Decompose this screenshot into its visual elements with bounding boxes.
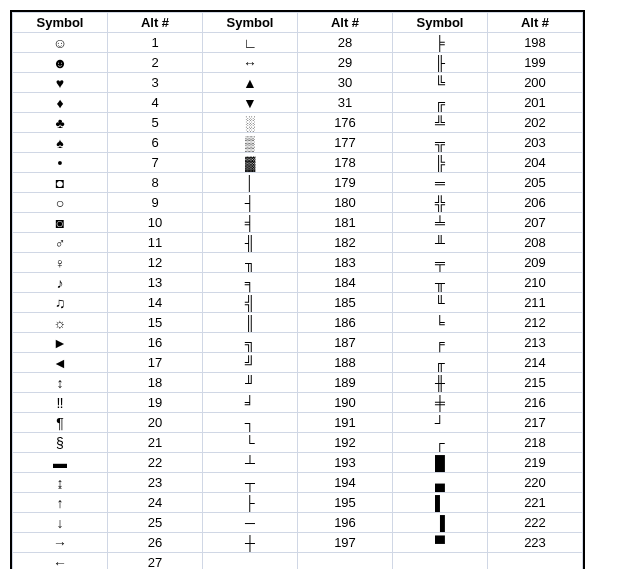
- symbol-cell: ☻: [13, 53, 108, 73]
- alt-number-cell: 191: [298, 413, 393, 433]
- alt-number-cell: 180: [298, 193, 393, 213]
- table-row: ♥3▲30╚200: [13, 73, 583, 93]
- symbol-cell: █: [393, 453, 488, 473]
- table-row: ↕18╜189╫215: [13, 373, 583, 393]
- alt-number-cell: 210: [488, 273, 583, 293]
- alt-number-cell: 24: [108, 493, 203, 513]
- symbol-cell: ╓: [393, 353, 488, 373]
- table-row: ‼19╛190╪216: [13, 393, 583, 413]
- symbol-cell: ─: [203, 513, 298, 533]
- symbol-cell: ◘: [13, 173, 108, 193]
- alt-number-cell: 27: [108, 553, 203, 570]
- alt-number-cell: 23: [108, 473, 203, 493]
- symbol-cell: ♣: [13, 113, 108, 133]
- alt-number-cell: 177: [298, 133, 393, 153]
- alt-number-cell: 26: [108, 533, 203, 553]
- symbol-cell: ╕: [203, 273, 298, 293]
- col-header-alt: Alt #: [108, 13, 203, 33]
- alt-number-cell: 212: [488, 313, 583, 333]
- alt-number-cell: 182: [298, 233, 393, 253]
- symbol-cell: ╔: [393, 93, 488, 113]
- symbol-cell: ┼: [203, 533, 298, 553]
- alt-number-cell: [298, 553, 393, 570]
- symbol-cell: ┴: [203, 453, 298, 473]
- symbol-cell: ╡: [203, 213, 298, 233]
- alt-number-cell: 185: [298, 293, 393, 313]
- symbol-cell: ∟: [203, 33, 298, 53]
- alt-number-cell: 28: [298, 33, 393, 53]
- symbol-cell: ╦: [393, 133, 488, 153]
- symbol-cell: ‼: [13, 393, 108, 413]
- alt-number-cell: 25: [108, 513, 203, 533]
- table-row: §21└192┌218: [13, 433, 583, 453]
- symbol-cell: ▄: [393, 473, 488, 493]
- alt-number-cell: 9: [108, 193, 203, 213]
- table-row: ◘8│179═205: [13, 173, 583, 193]
- symbol-cell: ↓: [13, 513, 108, 533]
- symbol-cell: ┘: [393, 413, 488, 433]
- symbol-cell: ▀: [393, 533, 488, 553]
- alt-number-cell: 198: [488, 33, 583, 53]
- alt-number-cell: 190: [298, 393, 393, 413]
- alt-number-cell: 2: [108, 53, 203, 73]
- alt-number-cell: 204: [488, 153, 583, 173]
- alt-number-cell: 222: [488, 513, 583, 533]
- alt-number-cell: 183: [298, 253, 393, 273]
- table-row: ♣5░176╩202: [13, 113, 583, 133]
- symbol-cell: ☺: [13, 33, 108, 53]
- col-header-symbol: Symbol: [203, 13, 298, 33]
- alt-number-cell: 206: [488, 193, 583, 213]
- alt-number-cell: 207: [488, 213, 583, 233]
- col-header-alt: Alt #: [488, 13, 583, 33]
- table-row: ☻2↔29╟199: [13, 53, 583, 73]
- symbol-cell: [393, 553, 488, 570]
- symbol-cell: §: [13, 433, 108, 453]
- symbol-cell: └: [203, 433, 298, 453]
- symbol-cell: ┐: [203, 413, 298, 433]
- table-row: ♠6▒177╦203: [13, 133, 583, 153]
- symbol-cell: ♀: [13, 253, 108, 273]
- alt-number-cell: 6: [108, 133, 203, 153]
- alt-number-cell: 18: [108, 373, 203, 393]
- alt-number-cell: 217: [488, 413, 583, 433]
- alt-number-cell: 216: [488, 393, 583, 413]
- symbol-cell: ╪: [393, 393, 488, 413]
- symbol-cell: ←: [13, 553, 108, 570]
- alt-number-cell: 11: [108, 233, 203, 253]
- alt-number-cell: 179: [298, 173, 393, 193]
- alt-number-cell: 15: [108, 313, 203, 333]
- alt-number-cell: 3: [108, 73, 203, 93]
- alt-number-cell: 21: [108, 433, 203, 453]
- symbol-cell: ☼: [13, 313, 108, 333]
- alt-number-cell: 16: [108, 333, 203, 353]
- alt-number-cell: 211: [488, 293, 583, 313]
- symbol-cell: ▒: [203, 133, 298, 153]
- symbol-cell: ┌: [393, 433, 488, 453]
- alt-number-cell: 219: [488, 453, 583, 473]
- symbol-cell: ╞: [393, 33, 488, 53]
- table-row: ↓25─196▐222: [13, 513, 583, 533]
- symbol-cell: ╖: [203, 253, 298, 273]
- alt-number-cell: 13: [108, 273, 203, 293]
- table-row: ◙10╡181╧207: [13, 213, 583, 233]
- alt-number-cell: 189: [298, 373, 393, 393]
- alt-number-cell: 29: [298, 53, 393, 73]
- symbol-cell: ╚: [393, 73, 488, 93]
- symbol-cell: ▬: [13, 453, 108, 473]
- symbol-cell: ╜: [203, 373, 298, 393]
- alt-number-cell: 223: [488, 533, 583, 553]
- alt-number-cell: 193: [298, 453, 393, 473]
- table-row: ♦4▼31╔201: [13, 93, 583, 113]
- symbol-cell: ╗: [203, 333, 298, 353]
- alt-number-cell: 188: [298, 353, 393, 373]
- symbol-cell: ▲: [203, 73, 298, 93]
- alt-number-cell: 4: [108, 93, 203, 113]
- alt-number-cell: 209: [488, 253, 583, 273]
- alt-number-cell: 194: [298, 473, 393, 493]
- alt-number-cell: 196: [298, 513, 393, 533]
- alt-number-cell: 1: [108, 33, 203, 53]
- symbol-cell: ╢: [203, 233, 298, 253]
- symbol-cell: ◙: [13, 213, 108, 233]
- symbol-cell: ▐: [393, 513, 488, 533]
- alt-number-cell: 213: [488, 333, 583, 353]
